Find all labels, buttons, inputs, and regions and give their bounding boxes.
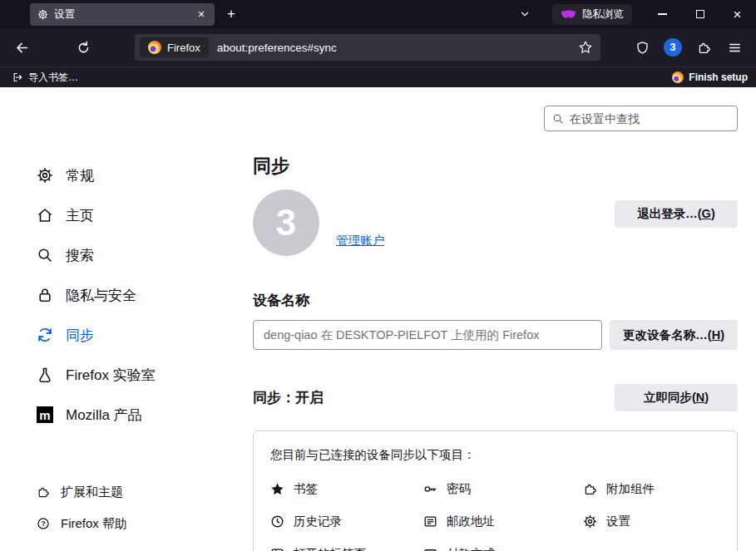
sidebar-item-mozilla-products[interactable]: m Mozilla 产品 bbox=[37, 395, 253, 435]
chevron-down-icon bbox=[519, 8, 531, 20]
sync-panel: 同步 3 管理账户 退出登录…(G) 设备名称 更改设备名称…(H) 同步：开启… bbox=[253, 155, 738, 551]
sync-item-addons: 附加组件 bbox=[583, 479, 720, 499]
sidebar-item-firefox-help[interactable]: ? Firefox 帮助 bbox=[37, 508, 253, 539]
browser-window: 设置 × + 隐私浏览 × Firefox about:prefere bbox=[0, 0, 756, 551]
site-identity-pill[interactable]: Firefox bbox=[140, 37, 209, 57]
tab-settings[interactable]: 设置 × bbox=[30, 3, 215, 26]
sync-item-open-tabs: 打开的标签页 bbox=[270, 544, 423, 551]
device-name-heading: 设备名称 bbox=[253, 291, 738, 310]
search-icon bbox=[552, 113, 564, 125]
button-label: ) bbox=[704, 391, 709, 404]
sidebar-item-label: 搜索 bbox=[66, 246, 94, 265]
minimize-button[interactable] bbox=[644, 0, 681, 28]
identity-label: Firefox bbox=[167, 42, 200, 54]
private-badge-label: 隐私浏览 bbox=[582, 7, 624, 22]
url-bar[interactable]: Firefox about:preferences#sync bbox=[135, 34, 600, 61]
sync-item-addresses: 邮政地址 bbox=[423, 511, 583, 531]
sync-item-label: 历史记录 bbox=[294, 514, 342, 529]
sidebar-footer: 扩展和主题 ? Firefox 帮助 bbox=[37, 476, 253, 539]
puzzle-icon bbox=[697, 41, 711, 55]
sync-item-label: 打开的标签页 bbox=[294, 546, 366, 551]
change-device-name-button[interactable]: 更改设备名称…(H) bbox=[610, 320, 738, 350]
new-tab-button[interactable]: + bbox=[220, 3, 243, 26]
sidebar-item-search[interactable]: 搜索 bbox=[37, 235, 253, 275]
access-key: H bbox=[712, 328, 720, 342]
sidebar-item-general[interactable]: 常规 bbox=[37, 155, 253, 195]
navigation-toolbar: Firefox about:preferences#sync 3 bbox=[0, 28, 756, 66]
sync-status-heading: 同步：开启 bbox=[253, 388, 324, 407]
sync-box-intro: 您目前与已连接的设备同步以下项目： bbox=[270, 447, 720, 463]
page-title: 同步 bbox=[253, 155, 738, 177]
sidebar-item-label: Mozilla 产品 bbox=[66, 406, 142, 425]
button-label: 更改设备名称…( bbox=[623, 328, 711, 342]
access-key: N bbox=[696, 391, 704, 404]
key-icon bbox=[423, 482, 437, 496]
sidebar-item-sync[interactable]: 同步 bbox=[37, 315, 253, 355]
gear-icon bbox=[583, 514, 597, 529]
firefox-logo-icon bbox=[148, 41, 161, 54]
sync-item-settings: 设置 bbox=[583, 511, 720, 531]
search-icon bbox=[37, 247, 53, 263]
sync-item-passwords: 密码 bbox=[423, 479, 583, 499]
close-window-button[interactable]: × bbox=[719, 0, 756, 28]
credit-card-icon bbox=[423, 547, 437, 551]
sidebar-item-label: 主页 bbox=[66, 206, 94, 225]
extensions-button[interactable] bbox=[690, 34, 717, 61]
sync-item-label: 设置 bbox=[606, 514, 630, 529]
address-card-icon bbox=[423, 514, 437, 529]
import-bookmarks-item[interactable]: 导入书签… bbox=[8, 69, 82, 86]
flask-icon bbox=[37, 367, 53, 383]
sidebar-item-addons-themes[interactable]: 扩展和主题 bbox=[37, 476, 253, 508]
sync-item-payment-methods: 付款方式 bbox=[423, 544, 583, 551]
minimize-icon bbox=[658, 13, 667, 15]
sidebar-item-label: Firefox 帮助 bbox=[61, 516, 127, 532]
sync-item-label: 附加组件 bbox=[606, 481, 655, 497]
bookmarks-toolbar: 导入书签… Finish setup bbox=[0, 66, 756, 87]
settings-search[interactable] bbox=[544, 106, 738, 131]
sidebar-item-firefox-labs[interactable]: Firefox 实验室 bbox=[37, 355, 253, 395]
hamburger-icon bbox=[728, 41, 742, 55]
app-menu-button[interactable] bbox=[721, 34, 748, 61]
tab-title: 设置 bbox=[54, 7, 187, 22]
private-mask-icon bbox=[561, 9, 576, 20]
finish-setup-item[interactable]: Finish setup bbox=[672, 71, 748, 83]
finish-setup-label: Finish setup bbox=[689, 71, 748, 83]
bookmark-page-button[interactable] bbox=[579, 41, 592, 54]
clock-icon bbox=[270, 514, 284, 529]
sync-icon bbox=[37, 327, 53, 343]
settings-search-input[interactable] bbox=[570, 112, 729, 125]
gear-icon bbox=[37, 9, 48, 20]
account-button[interactable]: 3 bbox=[664, 38, 682, 57]
sync-item-label: 书签 bbox=[294, 481, 318, 497]
sidebar-item-label: 同步 bbox=[66, 326, 94, 345]
star-icon bbox=[579, 41, 592, 54]
sidebar-item-privacy[interactable]: 隐私与安全 bbox=[37, 275, 253, 315]
reload-icon bbox=[77, 41, 91, 55]
manage-account-link[interactable]: 管理账户 bbox=[336, 233, 384, 248]
back-button[interactable] bbox=[8, 34, 35, 61]
back-arrow-icon bbox=[15, 41, 29, 55]
close-icon: × bbox=[198, 7, 205, 21]
puzzle-icon bbox=[583, 482, 597, 496]
list-all-tabs-button[interactable] bbox=[512, 3, 537, 26]
sign-out-button[interactable]: 退出登录…(G) bbox=[615, 200, 738, 228]
button-label: 立即同步( bbox=[644, 391, 696, 404]
sync-items-box: 您目前与已连接的设备同步以下项目： 书签 密码 附加组件 bbox=[253, 430, 738, 551]
device-name-input[interactable] bbox=[253, 320, 602, 350]
sync-now-button[interactable]: 立即同步(N) bbox=[615, 384, 738, 411]
maximize-icon bbox=[696, 10, 704, 18]
maximize-button[interactable] bbox=[681, 0, 719, 28]
button-label: 退出登录…( bbox=[637, 207, 701, 220]
sync-item-bookmarks: 书签 bbox=[270, 479, 423, 499]
puzzle-icon bbox=[37, 485, 50, 499]
tab-close-button[interactable]: × bbox=[193, 6, 210, 22]
sidebar-item-home[interactable]: 主页 bbox=[37, 195, 253, 235]
lock-icon bbox=[37, 287, 53, 303]
svg-text:?: ? bbox=[41, 519, 45, 528]
account-badge-count: 3 bbox=[670, 42, 676, 53]
device-name-row: 更改设备名称…(H) bbox=[253, 320, 738, 350]
sync-item-history: 历史记录 bbox=[270, 511, 423, 531]
reload-button[interactable] bbox=[70, 34, 96, 61]
shield-button[interactable] bbox=[629, 34, 655, 61]
sidebar-item-label: 扩展和主题 bbox=[61, 485, 123, 500]
